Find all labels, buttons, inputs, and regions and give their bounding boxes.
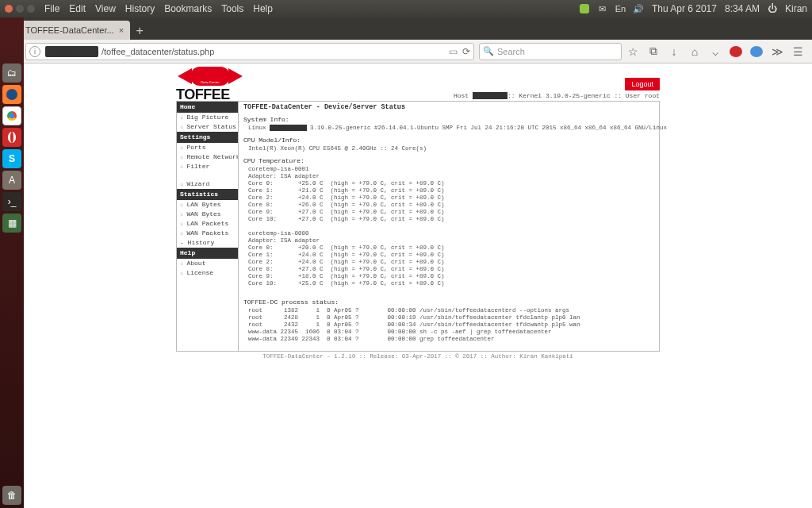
toffee-logo: TOFFEE (176, 65, 243, 102)
footer-line: TOFFEE-DataCenter - 1.2.19 :: Release: 0… (176, 353, 660, 360)
menu-view[interactable]: View (95, 3, 116, 14)
tray-user[interactable]: Kiran (785, 3, 807, 14)
pocket-icon[interactable]: ⌵ (709, 45, 722, 58)
url-host-redacted: xxxxxxxxxx (45, 46, 98, 57)
mail-icon[interactable]: ✉ (597, 4, 607, 14)
unity-launcher: 🗂 S A ›_ ▦ 🗑 (0, 17, 24, 508)
cpu-temp-block: coretemp-isa-0001 Adapter: ISA adapter C… (248, 166, 667, 287)
sidebar-item-lan-bytes[interactable]: LAN Bytes (177, 200, 238, 210)
search-box[interactable]: 🔍 Search (479, 43, 622, 60)
launcher-software-icon[interactable]: A (2, 171, 21, 190)
window-close-icon[interactable] (5, 5, 13, 13)
bookmark-icon[interactable]: ☆ (626, 45, 639, 58)
launcher-files-icon[interactable]: 🗂 (2, 64, 21, 83)
downloads-icon[interactable]: ↓ (668, 45, 680, 58)
menu-help[interactable]: Help (253, 3, 273, 14)
launcher-trash-icon[interactable]: 🗑 (2, 486, 21, 505)
search-icon: 🔍 (483, 46, 494, 56)
sidebar-item-license[interactable]: License (177, 268, 238, 278)
library-icon[interactable]: ⧉ (647, 44, 660, 58)
menu-history[interactable]: History (125, 3, 155, 14)
content-panel: TOFFEE-DataCenter - Device/Server Status… (239, 102, 672, 351)
label-cpu-temp: CPU Temperature: (243, 157, 667, 164)
tab-close-icon[interactable]: × (119, 25, 124, 35)
keyboard-icon[interactable]: En (615, 4, 626, 14)
browser-toolbar: ← i xxxxxxxxxx /toffee_datacenter/status… (0, 40, 812, 64)
process-block: root 1382 1 0 Apr05 ? 00:00:00 /usr/sbin… (248, 307, 667, 343)
os-menu-bar: File Edit View History Bookmarks Tools H… (0, 0, 812, 17)
tray-status-icon[interactable] (580, 4, 589, 13)
globe-icon[interactable] (750, 46, 763, 57)
sidebar-item-remote-network[interactable]: Remote Network (177, 152, 238, 162)
candy-icon (178, 65, 243, 87)
sidebar-item-big-picture[interactable]: Big Picture (177, 113, 238, 122)
hamburger-menu-icon[interactable]: ☰ (791, 45, 804, 58)
menu-bookmarks[interactable]: Bookmarks (164, 3, 212, 14)
url-path: /toffee_datacenter/status.php (102, 47, 214, 56)
window-controls (5, 5, 35, 13)
window-min-icon[interactable] (16, 5, 24, 13)
tray-time[interactable]: 8:34 AM (725, 3, 760, 14)
menu-tools[interactable]: Tools (221, 3, 243, 14)
launcher-terminal-icon[interactable]: ›_ (2, 192, 21, 211)
logout-button[interactable]: Logout (625, 78, 660, 90)
launcher-skype-icon[interactable]: S (2, 149, 21, 168)
sidebar-item-server-status[interactable]: Server Status (177, 122, 238, 132)
new-tab-button[interactable]: + (130, 22, 149, 40)
volume-icon[interactable]: 🔊 (634, 4, 644, 14)
sidebar-item-about[interactable]: About (177, 259, 238, 268)
sidebar-head-settings[interactable]: Settings (177, 132, 238, 143)
sidebar-item-history[interactable]: History (177, 238, 238, 248)
cpu-info-block: Intel(R) Xeon(R) CPU E5645 @ 2.40GHz :: … (248, 145, 667, 152)
search-placeholder: Search (497, 47, 525, 56)
site-info-icon[interactable]: i (29, 46, 40, 57)
power-icon[interactable]: ⏻ (768, 3, 777, 14)
sidebar-item-wan-packets[interactable]: WAN Packets (177, 229, 238, 238)
label-system-info: System Info: (243, 116, 667, 123)
browser-tab-bar: TOFFEE-DataCenter... × + (0, 17, 812, 40)
window-max-icon[interactable] (27, 5, 35, 13)
adblock-icon[interactable] (730, 46, 742, 57)
menu-edit[interactable]: Edit (69, 3, 86, 14)
reload-icon[interactable]: ⟳ (462, 46, 470, 57)
tray-date[interactable]: Thu Apr 6 2017 (652, 3, 717, 14)
host-info-line: Host xxxxx:: Kernel 3.19.0-25-generic ::… (176, 92, 660, 99)
home-icon[interactable]: ⌂ (688, 45, 701, 58)
launcher-chrome-icon[interactable] (2, 106, 21, 125)
system-tray: ✉ En 🔊 Thu Apr 6 2017 8:34 AM ⏻ Kiran (580, 3, 807, 14)
sidebar-item-filter[interactable]: Filter (177, 162, 238, 171)
menu-file[interactable]: File (44, 3, 59, 14)
sidebar-item-lan-packets[interactable]: LAN Packets (177, 219, 238, 229)
sidebar-head-home[interactable]: Home (177, 102, 238, 113)
sidebar-item-ports[interactable]: Ports (177, 143, 238, 152)
reader-icon[interactable]: ▭ (449, 46, 458, 57)
label-cpu-info: CPU Model/Info: (243, 137, 667, 144)
app-menus: File Edit View History Bookmarks Tools H… (44, 3, 273, 14)
overflow-icon[interactable]: ≫ (771, 45, 783, 58)
system-info-block: Linux xxxxx 3.19.0-25-generic #26-14.04.… (248, 125, 667, 132)
sidebar-head-statistics[interactable]: Statistics (177, 189, 238, 200)
launcher-monitor-icon[interactable]: ▦ (2, 214, 21, 233)
launcher-opera-icon[interactable] (2, 128, 21, 147)
toolbar-icons: ☆ ⧉ ↓ ⌂ ⌵ ≫ ☰ (626, 44, 807, 58)
sidebar-item-wizard[interactable]: Wizard (177, 179, 238, 189)
tab-title: TOFFEE-DataCenter... (25, 25, 114, 35)
launcher-firefox-icon[interactable] (2, 85, 21, 104)
sidebar-item-wan-bytes[interactable]: WAN Bytes (177, 210, 238, 219)
label-process-status: TOFFEE-DC process status: (243, 298, 667, 306)
url-bar[interactable]: i xxxxxxxxxx /toffee_datacenter/status.p… (25, 43, 474, 60)
page-title: TOFFEE-DataCenter - Device/Server Status (243, 103, 667, 111)
page-viewport: TOFFEE Logout Host xxxxx:: Kernel 3.19.0… (24, 64, 812, 508)
sidebar: Home Big Picture Server Status Settings … (177, 102, 239, 351)
sidebar-head-help[interactable]: Help (177, 248, 238, 259)
